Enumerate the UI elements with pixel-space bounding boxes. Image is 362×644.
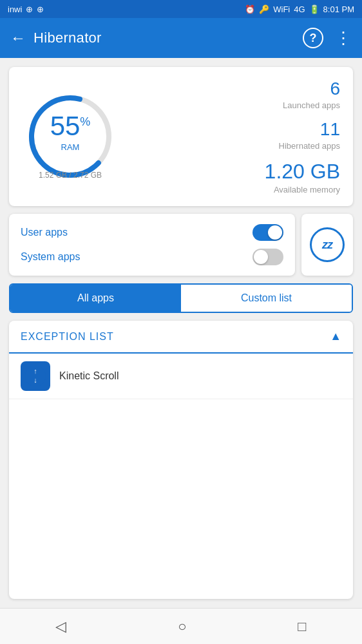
stats-column: 6 Launched apps 11 Hibernated apps 1.20 …	[129, 79, 340, 194]
system-apps-label: System apps	[21, 251, 80, 263]
alarm-icon: ⏰	[245, 5, 255, 14]
app-icon-kinetic: ↑ ↓	[21, 361, 50, 391]
toggles-card: User apps System apps	[9, 214, 295, 276]
status-left: inwi ⊕ ⊕	[8, 5, 44, 14]
usb2-icon: ⊕	[37, 5, 44, 14]
status-bar: inwi ⊕ ⊕ ⏰ 🔑 WiFi 4G 🔋 8:01 PM	[0, 0, 362, 18]
main-content: 55% RAM 1.52 GB / 2.72 GB 6 Launched app…	[0, 58, 362, 608]
system-apps-row: System apps	[21, 249, 283, 265]
sleep-button[interactable]: zz	[301, 214, 353, 276]
launched-count: 6	[283, 79, 340, 99]
signal-icon: 4G	[294, 5, 305, 14]
system-apps-toggle[interactable]	[252, 249, 283, 265]
ram-percent: 55%	[50, 113, 91, 140]
circle-text: 55% RAM	[50, 113, 91, 152]
system-apps-thumb	[254, 250, 268, 264]
launched-stat: 6 Launched apps	[283, 79, 340, 110]
launched-label: Launched apps	[283, 100, 340, 110]
back-nav-button[interactable]: ◁	[40, 613, 82, 640]
more-button[interactable]: ⋮	[335, 28, 352, 48]
kinetic-scroll-label: Kinetic Scroll	[59, 370, 119, 382]
ram-used-memory: 1.52 GB / 2.72 GB	[39, 171, 102, 180]
hibernated-label: Hibernated apps	[279, 141, 340, 151]
svg-text:↓: ↓	[33, 376, 37, 384]
user-apps-thumb	[268, 225, 282, 240]
time-label: 8:01 PM	[323, 5, 354, 14]
exception-card: Exception list ▲ ↑ ↓ Kinetic Scroll	[9, 321, 353, 599]
help-button[interactable]: ?	[303, 28, 323, 48]
user-apps-label: User apps	[21, 227, 68, 238]
custom-list-tab[interactable]: Custom list	[181, 285, 352, 312]
hibernated-count: 11	[279, 119, 340, 140]
tab-row: All apps Custom list	[9, 283, 353, 313]
all-apps-tab[interactable]: All apps	[10, 285, 181, 312]
exception-title: Exception list	[21, 331, 114, 343]
available-memory-value: 1.20 GB	[265, 160, 340, 184]
exception-header: Exception list ▲	[9, 321, 353, 354]
list-item: ↑ ↓ Kinetic Scroll	[9, 354, 353, 399]
user-apps-row: User apps	[21, 224, 283, 241]
svg-text:↑: ↑	[33, 367, 37, 375]
ram-circle-container: 55% RAM 1.52 GB / 2.72 GB	[22, 88, 119, 185]
sleep-icon: zz	[310, 227, 345, 262]
status-right: ⏰ 🔑 WiFi 4G 🔋 8:01 PM	[245, 5, 354, 14]
battery-icon: 🔋	[309, 5, 319, 14]
ram-label: RAM	[50, 142, 91, 152]
hibernated-stat: 11 Hibernated apps	[279, 119, 340, 151]
bottom-nav: ◁ ○ □	[0, 608, 362, 644]
collapse-icon[interactable]: ▲	[330, 330, 341, 343]
available-memory-label: Available memory	[265, 185, 340, 194]
key-icon: 🔑	[259, 5, 269, 14]
app-bar-actions: ? ⋮	[303, 28, 352, 48]
controls-row: User apps System apps zz	[9, 214, 353, 276]
app-bar: ← Hibernator ? ⋮	[0, 18, 362, 58]
wifi-icon: WiFi	[273, 5, 290, 14]
home-nav-button[interactable]: ○	[162, 613, 202, 640]
back-button[interactable]: ←	[10, 29, 26, 47]
carrier-label: inwi	[8, 5, 22, 14]
app-title: Hibernator	[33, 30, 295, 46]
usb-icon: ⊕	[26, 5, 33, 14]
ram-card: 55% RAM 1.52 GB / 2.72 GB 6 Launched app…	[9, 67, 353, 206]
recent-nav-button[interactable]: □	[282, 613, 321, 640]
available-memory-stat: 1.20 GB Available memory	[265, 160, 340, 194]
user-apps-toggle[interactable]	[252, 224, 283, 241]
